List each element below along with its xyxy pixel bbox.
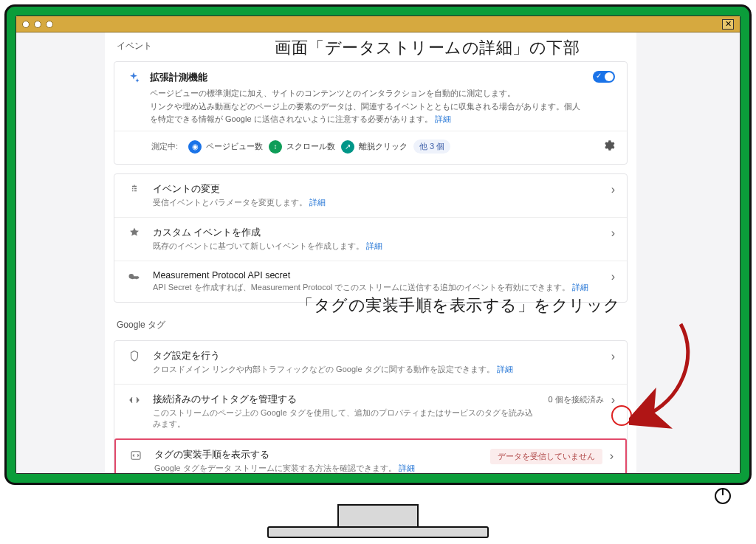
measuring-label: 測定中: [151,141,178,152]
connected-tags-count: 0 個を接続済み [548,394,603,405]
window-dot[interactable] [22,21,30,28]
row-connected-tags[interactable]: 接続済みのサイトタグを管理する このストリームのページ上の Google タグを… [114,384,627,438]
enhanced-desc-line1: ページビューの標準測定に加え、サイトのコンテンツとのインタラクションを自動的に測… [150,89,515,97]
enhanced-desc-line2: リンクや埋め込み動画などのページ上の要素のデータは、関連するイベントとともに収集… [150,102,580,124]
row-mp-secret[interactable]: Measurement Protocol API secret API Secr… [114,261,627,302]
row-install-tag-detail-link[interactable]: 詳細 [399,464,415,472]
event-rows-card: イベントの変更 受信イベントとパラメータを変更します。 詳細 › [114,173,628,303]
row-custom-events[interactable]: カスタム イベントを作成 既存のイベントに基づいて新しいイベントを作成します。 … [114,217,627,261]
sparkle-icon [126,71,141,86]
chip-pageview: ◉ ページビュー数 [188,140,263,154]
install-tag-icon [128,449,144,462]
chip-outbound: ↗ 離脱クリック [341,140,408,154]
row-tag-settings[interactable]: タグ設定を行う クロスドメイン リンクや内部トラフィックなどの Google タ… [114,341,627,384]
chevron-right-icon: › [611,227,615,240]
connected-tags-icon [126,393,142,407]
chevron-right-icon: › [611,393,615,407]
row-connected-tags-title: 接続済みのサイトタグを管理する [153,393,537,406]
row-custom-events-sub: 既存のイベントに基づいて新しいイベントを作成します。 詳細 [153,241,601,252]
chevron-right-icon: › [611,350,615,363]
eye-icon: ◉ [188,140,202,154]
row-install-tag-title: タグの実装手順を表示する [154,449,480,461]
scroll-icon: ↕ [269,140,282,154]
chip-scroll-label: スクロール数 [286,141,335,152]
google-tag-card: タグ設定を行う クロスドメイン リンクや内部トラフィックなどの Google タ… [114,340,628,473]
row-tag-settings-sub: クロスドメイン リンクや内部トラフィックなどの Google タグに関する動作を… [153,364,601,375]
enhanced-desc: ページビューの標準測定に加え、サイトのコンテンツとのインタラクションを自動的に測… [150,87,584,126]
enhanced-title: 拡張計測機能 [150,71,584,84]
monitor-stand-base [267,526,489,538]
exit-icon: ↗ [341,140,354,154]
custom-events-icon [126,227,142,240]
row-edit-events-detail-link[interactable]: 詳細 [309,198,326,207]
row-tag-settings-title: タグ設定を行う [153,350,601,362]
tag-icon [126,350,142,363]
app-window: ✕ イベント 拡張計測機能 ペ [16,16,740,474]
row-custom-events-detail-link[interactable]: 詳細 [366,241,382,250]
chip-scroll: ↕ スクロール数 [269,140,335,154]
enhanced-detail-link[interactable]: 詳細 [435,114,451,123]
content-area: イベント 拡張計測機能 ページビューの標準測定に加え、サイトのコンテンツとのイン… [16,32,740,473]
more-count-chip[interactable]: 他 3 個 [413,140,450,154]
events-section-label: イベント [105,32,636,57]
settings-panel: イベント 拡張計測機能 ページビューの標準測定に加え、サイトのコンテンツとのイン… [105,32,636,473]
power-button-icon [715,488,731,504]
monitor-screen: ✕ イベント 拡張計測機能 ペ [4,4,752,485]
row-edit-events-title: イベントの変更 [153,183,601,196]
key-icon [126,270,142,285]
monitor-stand-neck [337,504,419,528]
enhanced-toggle[interactable]: ✓ [593,71,615,83]
edit-events-icon [126,183,142,196]
row-mp-secret-sub: API Secret を作成すれば、Measurement Protocol で… [153,282,601,293]
window-controls [22,21,53,28]
row-connected-tags-sub: このストリームのページ上の Google タグを使用して、追加のプロパティまたは… [153,407,537,430]
chevron-right-icon: › [610,450,614,463]
chevron-right-icon: › [611,183,615,196]
row-install-tag[interactable]: タグの実装手順を表示する Google タグをデータ ストリームに実装する方法を… [114,438,627,473]
row-custom-events-title: カスタム イベントを作成 [153,227,601,239]
row-tag-settings-detail-link[interactable]: 詳細 [497,365,513,373]
google-tag-section-label: Google タグ [105,311,636,336]
annotation-arrow-icon [629,320,710,438]
chip-outbound-label: 離脱クリック [359,141,408,152]
chevron-right-icon: › [611,270,615,283]
chip-pageview-label: ページビュー数 [206,141,263,152]
row-edit-events-sub: 受信イベントとパラメータを変更します。 詳細 [153,197,601,208]
close-button[interactable]: ✕ [722,19,734,30]
window-dot[interactable] [34,21,41,28]
no-data-status-badge: データを受信していません [490,449,602,464]
measuring-row: 測定中: ◉ ページビュー数 ↕ スクロール数 ↗ 離脱ク [114,131,627,164]
row-install-tag-sub: Google タグをデータ ストリームに実装する方法を確認できます。 詳細 [154,463,480,473]
row-mp-secret-title: Measurement Protocol API secret [153,270,601,280]
row-edit-events[interactable]: イベントの変更 受信イベントとパラメータを変更します。 詳細 › [114,174,627,217]
titlebar: ✕ [16,16,740,32]
window-dot[interactable] [46,21,53,28]
gear-icon[interactable] [602,139,615,155]
row-mp-secret-detail-link[interactable]: 詳細 [572,283,588,292]
monitor-illustration: ✕ イベント 拡張計測機能 ペ [0,0,756,544]
enhanced-measurement-card: 拡張計測機能 ページビューの標準測定に加え、サイトのコンテンツとのインタラクショ… [114,61,628,165]
